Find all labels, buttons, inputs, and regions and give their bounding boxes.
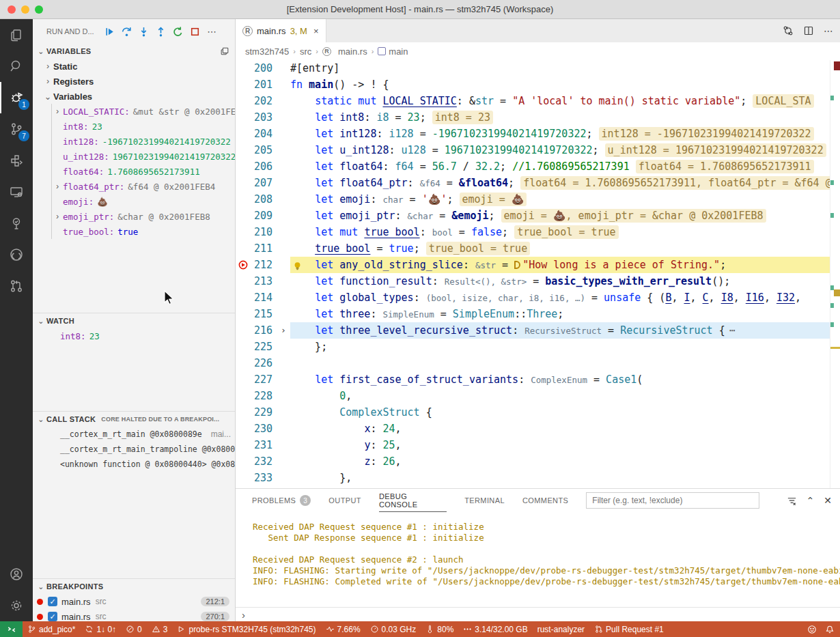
breakpoint-margin[interactable] bbox=[236, 158, 251, 175]
current-breakpoint-icon[interactable] bbox=[236, 257, 251, 273]
call-stack-header[interactable]: ⌄ CALL STACK CORE HALTED DUE TO A BREAKP… bbox=[33, 412, 235, 427]
breakpoint-margin[interactable] bbox=[236, 388, 251, 404]
code-line-200[interactable]: 200#[entry] bbox=[236, 60, 840, 76]
variables-header[interactable]: ⌄ VARIABLES bbox=[33, 44, 235, 59]
breakpoint-margin[interactable] bbox=[236, 93, 251, 109]
status-item-3[interactable]: 3 bbox=[147, 625, 173, 634]
panel-tab-problems[interactable]: PROBLEMS3 bbox=[252, 489, 311, 512]
fold-collapsed-icon[interactable]: › bbox=[277, 322, 290, 339]
stack-frame-row[interactable]: <unknown function @ 0x08000440> @0x08000 bbox=[33, 457, 235, 472]
panel-tab-output[interactable]: OUTPUT bbox=[328, 489, 361, 512]
code-line-230[interactable]: 230 x: 24, bbox=[236, 421, 840, 437]
code-line-225[interactable]: 225 }; bbox=[236, 339, 840, 355]
variable-row[interactable]: ›LOCAL_STATIC:&mut &str @ 0x2001FE78 bbox=[52, 104, 235, 119]
panel-tab-debug-console[interactable]: DEBUG CONSOLE bbox=[379, 489, 447, 512]
collapse-all-icon[interactable] bbox=[220, 46, 229, 56]
code-editor[interactable]: 200#[entry]201fn main() -> ! {202 static… bbox=[236, 60, 840, 488]
breakpoint-checkbox[interactable]: ✓ bbox=[48, 597, 57, 606]
variable-row[interactable]: emoji:💩 bbox=[52, 194, 235, 209]
breakpoint-margin[interactable] bbox=[236, 126, 251, 142]
filter-icon[interactable] bbox=[787, 496, 797, 506]
close-panel-icon[interactable]: ✕ bbox=[824, 495, 832, 506]
code-line-209[interactable]: 209 let emoji_ptr: &char = &emoji; emoji… bbox=[236, 208, 840, 224]
run-and-debug-icon[interactable]: 1 bbox=[0, 82, 33, 113]
breakpoint-margin[interactable] bbox=[236, 437, 251, 453]
breadcrumb-src[interactable]: src bbox=[300, 46, 311, 57]
code-line-201[interactable]: 201fn main() -> ! { bbox=[236, 76, 840, 93]
stack-frame-row[interactable]: __cortex_m_rt_main_trampoline @0x0800081 bbox=[33, 442, 235, 457]
debug-console-input-row[interactable]: › bbox=[236, 607, 840, 621]
code-line-232[interactable]: 232 z: 26, bbox=[236, 453, 840, 470]
breakpoint-margin[interactable] bbox=[236, 142, 251, 158]
step-into-button[interactable] bbox=[135, 24, 152, 39]
status-item-pull-request-1[interactable]: Pull Request #1 bbox=[589, 625, 669, 634]
code-line-210[interactable]: 210 let mut true_bool: bool = false; tru… bbox=[236, 224, 840, 240]
continue-button[interactable] bbox=[101, 24, 118, 39]
breakpoint-margin[interactable] bbox=[236, 470, 251, 486]
code-line-227[interactable]: 227 let first_case_of_struct_variants: C… bbox=[236, 371, 840, 388]
test-explorer-icon[interactable] bbox=[0, 208, 33, 239]
scope-row[interactable]: ⌄Variables bbox=[33, 89, 235, 104]
status-item-0[interactable]: 0 bbox=[121, 625, 147, 634]
remote-indicator[interactable] bbox=[0, 621, 23, 637]
code-line-231[interactable]: 231 y: 25, bbox=[236, 437, 840, 453]
remote-explorer-icon[interactable] bbox=[0, 176, 33, 208]
console-filter-input[interactable] bbox=[586, 492, 759, 509]
code-line-212[interactable]: 212 let any_old_string_slice: &str = "Ho… bbox=[236, 257, 840, 273]
code-line-213[interactable]: 213 let function_result: Result<(), &str… bbox=[236, 273, 840, 289]
explorer-icon[interactable] bbox=[0, 19, 33, 51]
debug-more-actions-icon[interactable]: ⋯ bbox=[204, 24, 221, 39]
status-item-add-pico[interactable]: add_pico* bbox=[23, 625, 80, 634]
feedback-icon[interactable] bbox=[807, 625, 817, 634]
variable-row[interactable]: int8:23 bbox=[52, 119, 235, 134]
overview-ruler[interactable] bbox=[830, 60, 840, 488]
scope-row[interactable]: ›Registers bbox=[33, 74, 235, 89]
code-line-207[interactable]: 207 let float64_ptr: &f64 = &float64; fl… bbox=[236, 175, 840, 191]
breadcrumb-file[interactable]: Rmain.rs bbox=[322, 46, 367, 57]
breakpoint-margin[interactable] bbox=[236, 306, 251, 322]
tab-main-rs[interactable]: R main.rs 3, M × bbox=[236, 19, 326, 42]
extensions-icon[interactable] bbox=[0, 145, 33, 176]
breakpoint-margin[interactable] bbox=[236, 191, 251, 208]
code-line-215[interactable]: 215 let three: SimpleEnum = SimpleEnum::… bbox=[236, 306, 840, 322]
stop-button[interactable] bbox=[186, 24, 204, 39]
code-line-204[interactable]: 204 let int128: i128 = -1967102319940214… bbox=[236, 126, 840, 142]
breakpoint-margin[interactable] bbox=[236, 322, 251, 339]
debug-console-output[interactable]: Received DAP Request sequence #1 : initi… bbox=[236, 512, 840, 607]
code-line-226[interactable]: 226 bbox=[236, 355, 840, 371]
watch-row[interactable]: int8:23 bbox=[33, 328, 235, 343]
panel-tab-comments[interactable]: COMMENTS bbox=[522, 489, 568, 512]
breakpoint-row[interactable]: ✓main.rssrc270:1 bbox=[33, 609, 235, 621]
variable-row[interactable]: u_int128:196710231994021419720322 bbox=[52, 149, 235, 164]
maximize-panel-icon[interactable]: ⌃ bbox=[807, 495, 815, 506]
status-item-1-0[interactable]: 1↓ 0↑ bbox=[80, 625, 121, 634]
step-over-button[interactable] bbox=[118, 24, 135, 39]
breakpoint-margin[interactable] bbox=[236, 60, 251, 76]
source-control-icon[interactable]: 7 bbox=[0, 113, 33, 145]
code-line-228[interactable]: 228 0, bbox=[236, 388, 840, 404]
code-line-203[interactable]: 203 let int8: i8 = 23; int8 = 23 bbox=[236, 109, 840, 126]
breakpoints-header[interactable]: ⌄ BREAKPOINTS bbox=[33, 579, 235, 594]
panel-tab-terminal[interactable]: TERMINAL bbox=[464, 489, 505, 512]
code-line-214[interactable]: 214 let global_types: (bool, isize, char… bbox=[236, 289, 840, 306]
breakpoint-margin[interactable] bbox=[236, 421, 251, 437]
breakpoint-margin[interactable] bbox=[236, 76, 251, 93]
close-icon[interactable]: × bbox=[313, 26, 319, 36]
breakpoint-margin[interactable] bbox=[236, 404, 251, 421]
code-line-206[interactable]: 206 let float64: f64 = 56.7 / 32.2; //1.… bbox=[236, 158, 840, 175]
account-icon[interactable] bbox=[0, 558, 33, 590]
code-line-211[interactable]: 211 true_bool = true; true_bool = true bbox=[236, 240, 840, 257]
breakpoint-margin[interactable] bbox=[236, 371, 251, 388]
breakpoint-margin[interactable] bbox=[236, 486, 251, 488]
code-line-205[interactable]: 205 let u_int128: u128 = 196710231994021… bbox=[236, 142, 840, 158]
breakpoint-row[interactable]: ✓main.rssrc212:1 bbox=[33, 594, 235, 609]
code-line-233[interactable]: 233 }, bbox=[236, 470, 840, 486]
variable-row[interactable]: true_bool:true bbox=[52, 224, 235, 239]
status-item-80[interactable]: 80% bbox=[421, 625, 458, 634]
editor-more-actions-icon[interactable]: ⋯ bbox=[824, 25, 833, 36]
breakpoint-checkbox[interactable]: ✓ bbox=[48, 612, 57, 621]
code-line-216[interactable]: 216› let three_level_recursive_struct: R… bbox=[236, 322, 840, 339]
variable-row[interactable]: ›float64_ptr:&f64 @ 0x2001FEB4 bbox=[52, 179, 235, 194]
split-editor-icon[interactable] bbox=[803, 25, 814, 36]
breakpoint-margin[interactable] bbox=[236, 289, 251, 306]
